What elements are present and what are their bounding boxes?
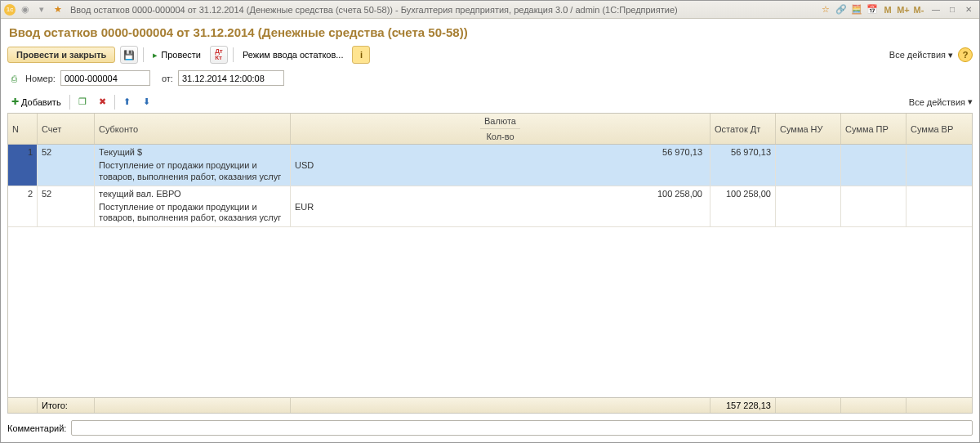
footer-val [291, 398, 710, 413]
col-sum-vr[interactable]: Сумма ВР [906, 114, 972, 144]
grid-body: 152Текущий $Поступление от продажи проду… [8, 145, 972, 397]
footer-spr [841, 398, 906, 413]
titlebar-right-icons: ☆ 🔗 🧮 📅 M M+ M- [819, 3, 925, 16]
table-row[interactable]: 152Текущий $Поступление от продажи проду… [8, 145, 972, 186]
table-toolbar: ✚ Добавить ❐ ✖ ⬆ ⬇ Все действия ▾ [7, 94, 973, 113]
footer-total-label: Итого: [38, 398, 95, 413]
dropdown-icon[interactable]: ▾ [35, 3, 48, 16]
cell-account: 52 [38, 186, 95, 227]
move-up-button[interactable]: ⬆ [119, 94, 135, 110]
table-all-actions-label: Все действия [909, 97, 965, 107]
calendar-icon[interactable]: 📅 [866, 3, 879, 16]
footer-snu [776, 398, 841, 413]
titlebar: 1с ◉ ▾ ★ Ввод остатков 0000-000004 от 31… [1, 1, 979, 19]
close-button[interactable]: ✕ [961, 4, 976, 16]
cell-account: 52 [38, 145, 95, 186]
delete-icon: ✖ [99, 96, 106, 107]
page-title: Ввод остатков 0000-000004 от 31.12.2014 … [7, 24, 973, 46]
link-icon[interactable]: 🔗 [835, 3, 848, 16]
separator [143, 47, 144, 62]
comment-row: Комментарий: [7, 414, 973, 436]
cell-sum-pr [841, 186, 906, 227]
cell-sum-nu [776, 145, 841, 186]
document-icon: ⎙ [7, 74, 20, 83]
main-toolbar: Провести и закрыть 💾 ▸ Провести ДтКт Реж… [7, 46, 973, 70]
diskette-icon: 💾 [123, 50, 135, 60]
nav-back-icon[interactable]: ◉ [19, 3, 32, 16]
from-label: от: [162, 74, 173, 83]
maximize-button[interactable]: □ [945, 4, 960, 16]
separator [233, 47, 234, 62]
save-button[interactable]: 💾 [120, 46, 138, 64]
comment-label: Комментарий: [7, 423, 66, 433]
number-label: Номер: [25, 74, 56, 83]
separator [114, 95, 115, 110]
cell-subkonto: Текущий $Поступление от продажи продукци… [95, 145, 291, 186]
col-sum-pr[interactable]: Сумма ПР [841, 114, 906, 144]
cell-balance-dt: 56 970,13 [710, 145, 776, 186]
app-window: 1с ◉ ▾ ★ Ввод остатков 0000-000004 от 31… [0, 0, 980, 443]
form-row: ⎙ Номер: от: [7, 70, 973, 94]
calc-icon[interactable]: 🧮 [850, 3, 863, 16]
window-controls: — □ ✕ [929, 4, 976, 16]
cell-balance-dt: 100 258,00 [710, 186, 776, 227]
cell-currency: 56 970,13USD [291, 145, 710, 186]
separator [69, 95, 70, 110]
cell-currency: 100 258,00EUR [291, 186, 710, 227]
grid: N Счет Субконто Валюта Кол-во Остаток Дт… [7, 113, 973, 414]
help-button[interactable]: ? [958, 47, 973, 62]
info-button[interactable]: i [352, 46, 370, 64]
col-balance-dt[interactable]: Остаток Дт [710, 114, 776, 144]
chevron-down-icon: ▾ [968, 96, 973, 107]
cell-sum-pr [841, 145, 906, 186]
plus-icon: ✚ [11, 96, 19, 107]
arrow-up-icon: ⬆ [123, 96, 131, 107]
move-down-button[interactable]: ⬇ [139, 94, 154, 110]
date-field[interactable] [178, 70, 284, 86]
minimize-button[interactable]: — [929, 4, 943, 16]
footer-svr [906, 398, 972, 413]
table-row[interactable]: 252текущий вал. ЕВРОПоступление от прода… [8, 186, 972, 228]
col-sum-nu[interactable]: Сумма НУ [776, 114, 841, 144]
col-account[interactable]: Счет [38, 114, 95, 144]
delete-row-button[interactable]: ✖ [95, 94, 110, 110]
copy-row-button[interactable]: ❐ [74, 94, 91, 110]
cell-sum-vr [906, 186, 972, 227]
post-button[interactable]: ▸ Провести [149, 47, 205, 63]
copy-icon: ❐ [78, 96, 87, 107]
cell-sum-vr [906, 145, 972, 186]
cell-sum-nu [776, 186, 841, 227]
star-icon[interactable]: ★ [51, 3, 65, 16]
footer-balance: 157 228,13 [710, 398, 776, 413]
cell-subkonto: текущий вал. ЕВРОПоступление от продажи … [95, 186, 291, 227]
m-plus-icon[interactable]: M+ [897, 3, 910, 16]
footer-n [8, 398, 38, 413]
col-subkonto[interactable]: Субконто [95, 114, 291, 144]
window-title: Ввод остатков 0000-000004 от 31.12.2014 … [68, 5, 816, 15]
m-icon[interactable]: M [881, 3, 894, 16]
add-label: Добавить [21, 97, 61, 107]
footer-subk [95, 398, 291, 413]
mode-button[interactable]: Режим ввода остатков... [238, 47, 348, 62]
col-currency: Валюта [480, 114, 520, 129]
content-area: Ввод остатков 0000-000004 от 31.12.2014 … [1, 19, 979, 442]
post-label: Провести [161, 50, 201, 60]
comment-field[interactable] [71, 420, 973, 436]
table-all-actions[interactable]: Все действия ▾ [909, 96, 973, 107]
app-logo-icon: 1с [4, 4, 16, 16]
all-actions-menu[interactable]: Все действия ▾ [889, 50, 953, 60]
col-qty: Кол-во [482, 129, 518, 144]
favorite-icon[interactable]: ☆ [819, 3, 832, 16]
add-row-button[interactable]: ✚ Добавить [7, 94, 65, 110]
grid-header: N Счет Субконто Валюта Кол-во Остаток Дт… [8, 114, 972, 145]
all-actions-label: Все действия [889, 50, 946, 60]
arrow-down-icon: ⬇ [143, 96, 150, 107]
col-currency-qty[interactable]: Валюта Кол-во [291, 114, 710, 144]
post-and-close-button[interactable]: Провести и закрыть [7, 47, 115, 63]
m-minus-icon[interactable]: M- [912, 3, 925, 16]
chevron-down-icon: ▾ [948, 50, 953, 60]
mode-label: Режим ввода остатков... [243, 50, 344, 60]
dt-kt-button[interactable]: ДтКт [210, 46, 228, 64]
number-field[interactable] [60, 70, 150, 86]
col-n[interactable]: N [8, 114, 38, 144]
